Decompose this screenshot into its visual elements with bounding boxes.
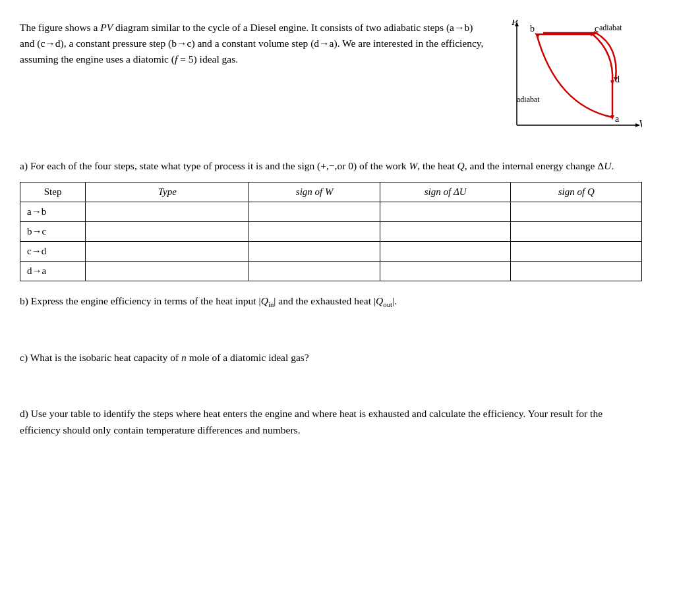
q-ab [511,202,642,222]
pv-diagram: V P b c [497,20,642,145]
type-ab [86,202,249,222]
q-da [511,262,642,281]
type-da [86,262,249,281]
header-sign-w: sign of W [249,182,380,202]
svg-text:V: V [639,118,642,129]
svg-text:adiabat: adiabat [599,23,622,32]
header-type: Type [86,182,249,202]
step-ab: a→b [20,202,86,222]
description-text: The figure shows a PV diagram similar to… [20,20,484,145]
w-ab [249,202,380,222]
step-bc: b→c [20,222,86,242]
svg-text:adiabat: adiabat [517,95,540,104]
svg-text:b: b [530,24,535,34]
svg-text:d: d [615,74,620,84]
type-bc [86,222,249,242]
step-da: d→a [20,262,86,281]
table-row: a→b [20,202,642,222]
top-section: The figure shows a PV diagram similar to… [20,20,642,145]
header-sign-au: sign of ΔU [380,182,511,202]
w-da [249,262,380,281]
table-row: b→c [20,222,642,242]
q-cd [511,242,642,262]
svg-text:c: c [595,24,599,34]
svg-text:a: a [615,114,620,124]
part-a-text: a) For each of the four steps, state wha… [20,158,642,174]
au-bc [380,222,511,242]
table-row: d→a [20,262,642,281]
au-cd [380,242,511,262]
svg-text:P: P [511,20,518,27]
step-cd: c→d [20,242,86,262]
q-bc [511,222,642,242]
au-da [380,262,511,281]
header-sign-q: sign of Q [511,182,642,202]
part-b: b) Express the engine efficiency in term… [20,293,642,310]
part-d: d) Use your table to identify the steps … [20,406,642,439]
part-c: c) What is the isobaric heat capacity of… [20,350,642,366]
type-cd [86,242,249,262]
w-bc [249,222,380,242]
header-step: Step [20,182,86,202]
au-ab [380,202,511,222]
process-table: Step Type sign of W sign of ΔU sign of Q… [20,182,642,281]
w-cd [249,242,380,262]
table-row: c→d [20,242,642,262]
table-wrapper: Step Type sign of W sign of ΔU sign of Q… [20,182,642,281]
